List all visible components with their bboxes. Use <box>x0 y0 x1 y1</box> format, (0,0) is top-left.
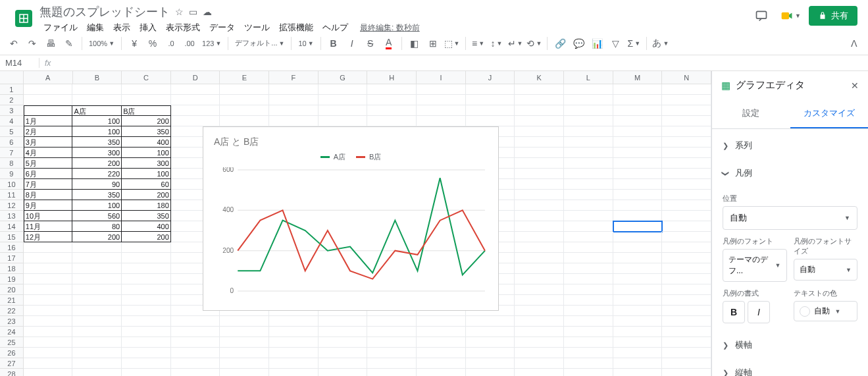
cell[interactable]: 4月 <box>24 148 73 158</box>
column-header[interactable]: M <box>613 71 663 84</box>
cell[interactable]: 100 <box>122 169 171 179</box>
cell[interactable]: 220 <box>72 169 122 179</box>
row-header[interactable]: 25 <box>0 337 24 348</box>
cell[interactable] <box>662 84 711 95</box>
cell[interactable] <box>515 242 564 253</box>
cell[interactable] <box>220 369 269 376</box>
row-header[interactable]: 15 <box>0 232 24 242</box>
cell[interactable] <box>662 179 711 190</box>
cell[interactable] <box>662 274 711 284</box>
column-header[interactable]: A <box>24 71 73 84</box>
cell[interactable] <box>220 348 269 358</box>
cell[interactable] <box>662 295 711 306</box>
cell[interactable] <box>662 327 711 337</box>
cell[interactable] <box>515 295 564 306</box>
cell[interactable]: 100 <box>122 148 171 158</box>
cell[interactable] <box>564 242 613 253</box>
menu-edit[interactable]: 編集 <box>83 20 108 35</box>
cell[interactable] <box>515 105 564 116</box>
cell[interactable] <box>662 116 711 126</box>
borders-button[interactable]: ⊞ <box>424 35 442 52</box>
paint-format-button[interactable]: ✎ <box>61 35 78 52</box>
decrease-decimal-button[interactable]: .0 <box>163 35 180 52</box>
column-header[interactable]: E <box>220 71 269 84</box>
cell[interactable] <box>662 306 711 316</box>
select-all-corner[interactable] <box>0 71 24 84</box>
cell[interactable] <box>417 348 466 358</box>
column-header[interactable]: C <box>122 71 171 84</box>
cell[interactable]: B店 <box>122 105 171 116</box>
row-header[interactable]: 5 <box>0 126 24 137</box>
cell[interactable] <box>122 316 171 327</box>
cell[interactable] <box>171 337 220 348</box>
row-header[interactable]: 8 <box>0 158 24 169</box>
cell[interactable] <box>613 242 663 253</box>
functions-button[interactable]: Σ▼ <box>625 35 642 52</box>
legend-font-select[interactable]: テーマのデフ...▼ <box>723 249 787 282</box>
cell[interactable] <box>24 306 73 316</box>
row-header[interactable]: 27 <box>0 358 24 369</box>
cell[interactable] <box>466 316 515 327</box>
cell[interactable] <box>613 179 663 190</box>
cell[interactable] <box>269 116 319 126</box>
cell[interactable] <box>122 337 171 348</box>
cell[interactable]: 200 <box>122 116 171 126</box>
cell[interactable] <box>515 137 564 148</box>
cell[interactable] <box>417 105 466 116</box>
cell[interactable] <box>122 242 171 253</box>
cell[interactable] <box>367 316 417 327</box>
cell[interactable] <box>613 295 663 306</box>
cell[interactable] <box>564 358 613 369</box>
cell[interactable]: 12月 <box>24 232 73 242</box>
row-header[interactable]: 12 <box>0 200 24 211</box>
cell[interactable]: 100 <box>72 200 122 211</box>
cell[interactable] <box>269 316 319 327</box>
cell[interactable] <box>662 358 711 369</box>
cell[interactable] <box>220 358 269 369</box>
cell[interactable] <box>613 327 663 337</box>
cell[interactable] <box>72 242 122 253</box>
cell[interactable] <box>613 263 663 274</box>
cell[interactable] <box>466 358 515 369</box>
cell[interactable] <box>269 337 319 348</box>
cell[interactable] <box>72 369 122 376</box>
row-header[interactable]: 6 <box>0 137 24 148</box>
cell[interactable] <box>367 369 417 376</box>
cell[interactable] <box>72 95 122 105</box>
cell[interactable] <box>564 126 613 137</box>
cell[interactable] <box>220 84 269 95</box>
cell[interactable] <box>613 105 663 116</box>
cell[interactable] <box>319 337 368 348</box>
cell[interactable] <box>72 284 122 295</box>
cell[interactable] <box>662 316 711 327</box>
cell[interactable]: 200 <box>122 190 171 200</box>
cell[interactable] <box>466 84 515 95</box>
cell[interactable] <box>269 327 319 337</box>
tab-customize[interactable]: カスタマイズ <box>790 99 869 128</box>
cell[interactable] <box>122 327 171 337</box>
cell[interactable] <box>367 348 417 358</box>
menu-insert[interactable]: 挿入 <box>136 20 161 35</box>
cell[interactable] <box>24 358 73 369</box>
cell[interactable] <box>122 253 171 263</box>
cell[interactable]: 200 <box>122 232 171 242</box>
cell[interactable]: 5月 <box>24 158 73 169</box>
cell[interactable] <box>466 116 515 126</box>
cell[interactable] <box>564 105 613 116</box>
cell[interactable] <box>564 84 613 95</box>
cell[interactable] <box>662 169 711 179</box>
row-header[interactable]: 4 <box>0 116 24 126</box>
cell[interactable] <box>515 284 564 295</box>
link-button[interactable]: 🔗 <box>551 35 569 52</box>
print-button[interactable]: 🖶 <box>42 35 59 52</box>
cell[interactable] <box>662 284 711 295</box>
cell[interactable] <box>613 158 663 169</box>
cell[interactable] <box>564 263 613 274</box>
cell[interactable] <box>171 327 220 337</box>
cell[interactable] <box>220 316 269 327</box>
collapse-toolbar-icon[interactable]: ᐱ <box>846 35 863 52</box>
cell[interactable] <box>319 116 368 126</box>
cell[interactable] <box>171 316 220 327</box>
cell[interactable]: 350 <box>122 126 171 137</box>
row-header[interactable]: 21 <box>0 295 24 306</box>
